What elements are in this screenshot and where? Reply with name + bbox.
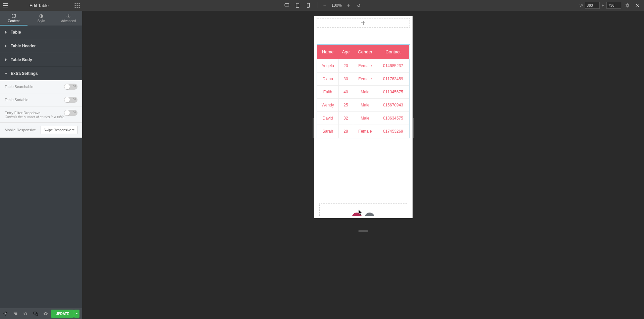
table-row: Sarah28Female017453269 [317,125,409,138]
table-cell: Male [353,112,377,125]
table-cell: 011763459 [377,73,409,86]
svg-point-3 [75,5,76,6]
svg-point-0 [75,3,76,4]
table-row: Angela20Female014685237 [317,59,409,73]
circle-element-2 [365,213,375,216]
table-cell: David [317,112,338,125]
add-section-button[interactable] [317,18,410,28]
table-cell: 018634575 [377,112,409,125]
table-cell: Angela [317,59,338,73]
table-cell: 32 [338,112,353,125]
accordion-table-body-label: Table Body [11,57,32,62]
navigator-icon[interactable] [13,311,18,316]
page-settings-icon[interactable] [3,311,8,316]
table-cell: 25 [338,99,353,112]
bottom-section-placeholder[interactable] [319,203,407,216]
accordion-table-header-label: Table Header [11,44,36,48]
svg-point-15 [68,15,69,17]
preview-icon[interactable] [43,311,48,316]
searchable-toggle[interactable]: Off [64,84,77,90]
table-row: David32Male018634575 [317,112,409,125]
circle-element-1 [352,213,362,216]
accordion-table[interactable]: Table [0,26,82,39]
table-cell: Female [353,125,377,138]
svg-point-11 [297,7,298,7]
width-input[interactable] [585,2,600,9]
table-cell: Diana [317,73,338,86]
table-cell: 30 [338,73,353,86]
menu-icon[interactable] [0,0,11,11]
responsive-icon[interactable] [33,311,38,316]
table-row: Diana30Female011763459 [317,73,409,86]
close-icon[interactable] [633,1,641,9]
top-bar: Edit Table − 100% + W H [0,0,644,11]
tab-content-label: Content [8,19,19,23]
tablet-device-button[interactable] [293,1,302,10]
svg-point-8 [79,7,80,8]
height-input[interactable] [606,2,621,9]
accordion-extra-settings[interactable]: Extra Settings [0,67,82,80]
panel-title: Edit Table [30,3,49,8]
table-cell: 40 [338,86,353,99]
table-header-cell: Contact [377,45,409,59]
svg-point-4 [77,5,78,6]
accordion-table-header[interactable]: Table Header [0,39,82,53]
table-cell: Female [353,73,377,86]
table-cell: 28 [338,125,353,138]
accordion-extra-settings-label: Extra Settings [11,71,38,76]
tab-advanced[interactable]: Advanced [55,11,82,26]
update-button[interactable]: UPDATE [51,310,74,318]
table-cell: 011345675 [377,86,409,99]
svg-rect-9 [285,4,289,6]
table-cell: Female [353,59,377,73]
resize-handle-left[interactable] [313,118,314,138]
tab-style[interactable]: Style [28,11,55,26]
filter-dropdown-label: Entry Filter Dropdown [5,111,40,115]
sortable-label: Table Sortable [5,98,28,102]
zoom-value: 100% [331,3,342,8]
bottom-bar: UPDATE [0,308,82,319]
widgets-grid-icon[interactable] [74,3,80,8]
svg-point-5 [79,5,80,6]
svg-point-6 [75,7,76,8]
svg-point-16 [5,313,6,314]
accordion-table-body[interactable]: Table Body [0,53,82,66]
reset-zoom-button[interactable] [355,1,363,9]
mobile-responsive-select[interactable]: Swipe Responsive [41,126,77,134]
zoom-in-button[interactable]: + [344,1,353,9]
accordion-table-label: Table [11,30,21,35]
table-cell: Faith [317,86,338,99]
table-cell: Wendy [317,99,338,112]
device-preview-frame: NameAgeGenderContact Angela20Female01468… [314,16,413,218]
searchable-label: Table Searchable [5,85,33,89]
table-cell: 017453269 [377,125,409,138]
tab-content[interactable]: Content [0,11,28,26]
update-options-button[interactable] [74,310,79,318]
svg-point-2 [79,3,80,4]
desktop-device-button[interactable] [282,1,291,10]
history-icon[interactable] [23,311,28,316]
svg-point-1 [77,3,78,4]
table-cell: 015678943 [377,99,409,112]
resize-handle-right[interactable] [413,118,414,138]
sidebar-panel: Content Style Advanced Table Table Heade… [0,11,82,308]
resize-handle-bottom[interactable] [358,230,368,232]
settings-icon[interactable] [623,1,631,9]
mobile-device-button[interactable] [304,1,313,10]
sortable-toggle[interactable]: Off [64,97,77,103]
svg-point-13 [308,7,308,7]
height-label: H [602,3,604,7]
table-widget[interactable]: NameAgeGenderContact Angela20Female01468… [317,44,410,138]
tab-advanced-label: Advanced [61,19,76,23]
filter-dropdown-toggle[interactable]: Off [64,110,77,116]
table-row: Wendy25Male015678943 [317,99,409,112]
table-header-cell: Name [317,45,338,59]
table-header-cell: Gender [353,45,377,59]
canvas-area: NameAgeGenderContact Angela20Female01468… [82,11,644,319]
zoom-out-button[interactable]: − [321,1,329,9]
tab-style-label: Style [37,19,45,23]
mobile-responsive-value: Swipe Responsive [44,128,71,132]
table-cell: 20 [338,59,353,73]
filter-help-text: Controls the number of entries in a tabl… [0,115,82,122]
table-cell: Male [353,86,377,99]
